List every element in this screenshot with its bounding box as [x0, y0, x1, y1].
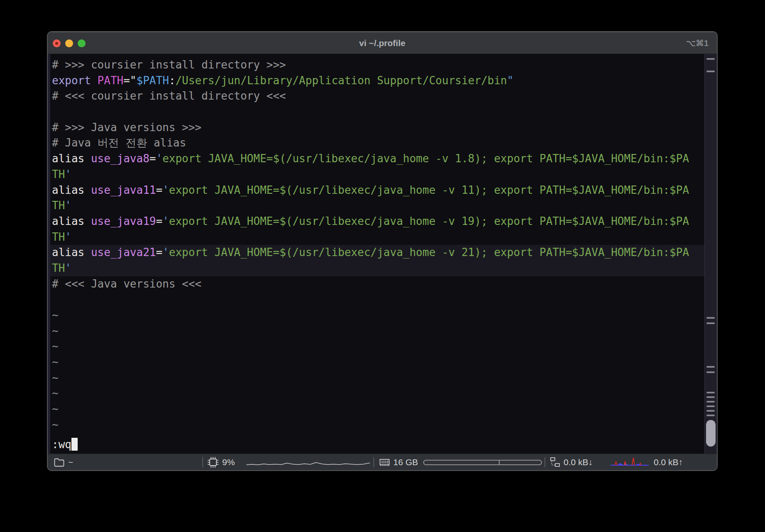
terminal-line: ~ — [52, 307, 704, 323]
syntax-quote: ' — [65, 231, 71, 243]
syntax-plain: alias — [52, 152, 91, 165]
syntax-plain: =" — [123, 74, 136, 87]
network-down-value: 0.0 kB↓ — [564, 457, 593, 467]
status-divider — [544, 457, 545, 467]
terminal-line — [52, 292, 704, 307]
network-up-value: 0.0 kB↑ — [654, 457, 683, 467]
terminal-line: alias use_java19='export JAVA_HOME=$(/us… — [52, 214, 704, 229]
syntax-string: export JAVA_HOME=$(/usr/libexec/java_hom… — [169, 215, 689, 227]
syntax-quote: ' — [65, 199, 71, 212]
syntax-tilde: ~ — [52, 387, 59, 399]
syntax-quote: ' — [156, 152, 162, 165]
syntax-plain: = — [156, 246, 162, 259]
terminal-line: TH' — [52, 167, 704, 183]
syntax-string: export JAVA_HOME=$(/usr/libexec/java_hom… — [162, 152, 689, 165]
terminal-window: vi ~/.profile ⌥⌘1 # >>> coursier install… — [47, 31, 718, 471]
cpu-indicator: 9% — [207, 454, 235, 471]
memory-indicator: 16 GB — [379, 454, 418, 471]
terminal-line: # Java 버전 전환 alias — [52, 135, 704, 151]
terminal-line: # >>> coursier install directory >>> — [52, 57, 704, 73]
syntax-plain — [91, 74, 98, 87]
memory-bar — [423, 460, 542, 465]
syntax-string: TH — [52, 262, 65, 274]
terminal-line: TH' — [52, 229, 704, 245]
network-icon — [549, 457, 560, 468]
scrollbar-mark — [706, 410, 715, 412]
terminal-line: ~ — [52, 323, 704, 339]
window-title: vi ~/.profile — [48, 32, 717, 54]
syntax-plain: = — [150, 152, 156, 165]
terminal-line: ~ — [52, 339, 704, 354]
syntax-string: /Users/jun/Library/Application Support/C… — [175, 74, 507, 87]
syntax-plain: alias — [52, 215, 91, 227]
scrollbar-mark — [706, 71, 715, 72]
syntax-alias_name: use_java11 — [91, 184, 156, 196]
syntax-tilde: ~ — [52, 418, 59, 431]
scrollbar-thumb[interactable] — [706, 420, 716, 447]
terminal-line — [52, 104, 704, 120]
syntax-quote: ' — [65, 168, 71, 181]
terminal-line: ~ — [52, 386, 704, 401]
syntax-deref: $PATH — [137, 74, 169, 87]
terminal-text: # >>> coursier install directory >>>expo… — [48, 54, 704, 454]
memory-bar-tick — [499, 461, 500, 464]
syntax-quote: " — [507, 74, 514, 87]
terminal-screen[interactable]: # >>> coursier install directory >>>expo… — [48, 54, 717, 454]
syntax-quote: ' — [65, 262, 71, 274]
terminal-line: alias use_java8='export JAVA_HOME=$(/usr… — [52, 151, 704, 167]
syntax-keyword: export — [52, 74, 91, 87]
syntax-tilde: ~ — [52, 340, 59, 352]
syntax-quote: ' — [162, 215, 169, 227]
terminal-line: export PATH="$PATH:/Users/jun/Library/Ap… — [52, 73, 704, 89]
terminal-line: alias use_java11='export JAVA_HOME=$(/us… — [52, 183, 704, 198]
syntax-string: export JAVA_HOME=$(/usr/libexec/java_hom… — [169, 246, 689, 259]
left-gutter — [48, 54, 50, 454]
syntax-quote: ' — [162, 184, 169, 196]
terminal-line: # >>> Java versions >>> — [52, 120, 704, 136]
syntax-comment: # >>> coursier install directory >>> — [52, 59, 286, 71]
syntax-comment: # >>> Java versions >>> — [52, 121, 201, 134]
scrollbar-mark — [706, 405, 715, 407]
terminal-line: # <<< Java versions <<< — [52, 276, 704, 292]
title-bar[interactable]: vi ~/.profile ⌥⌘1 — [48, 32, 717, 54]
terminal-line: ~ — [52, 417, 704, 433]
syntax-string: export JAVA_HOME=$(/usr/libexec/java_hom… — [169, 184, 689, 196]
syntax-plain: : — [169, 74, 176, 87]
scrollbar-mark — [706, 322, 715, 324]
terminal-line: # <<< coursier install directory <<< — [52, 88, 704, 104]
syntax-string: TH — [52, 231, 65, 243]
scrollbar-mark — [706, 371, 715, 373]
memory-value: 16 GB — [393, 457, 418, 467]
syntax-tilde: ~ — [52, 371, 59, 384]
scrollbar-mark — [706, 58, 715, 60]
syntax-comment: # <<< Java versions <<< — [52, 278, 201, 290]
status-divider — [373, 457, 374, 467]
syntax-tilde: ~ — [52, 403, 59, 415]
syntax-string: TH — [52, 199, 65, 212]
syntax-plain: alias — [52, 246, 91, 259]
scrollbar-mark — [706, 366, 715, 368]
syntax-comment: # Java 버전 전환 alias — [52, 137, 186, 149]
cpu-value: 9% — [222, 457, 235, 467]
terminal-line: ~ — [52, 401, 704, 417]
cpu-icon — [207, 456, 219, 468]
syntax-comment: # <<< coursier install directory <<< — [52, 90, 286, 102]
syntax-alias_name: use_java8 — [91, 152, 150, 165]
syntax-plain: = — [156, 215, 162, 227]
network-up-indicator: 0.0 kB↑ — [654, 454, 683, 471]
syntax-string: TH — [52, 168, 65, 181]
scrollbar-mark — [706, 392, 715, 393]
scrollbar[interactable] — [704, 54, 717, 454]
syntax-tilde: ~ — [52, 325, 59, 337]
memory-icon — [379, 457, 390, 468]
terminal-line: alias use_java21='export JAVA_HOME=$(/us… — [48, 245, 704, 261]
terminal-line: ~ — [52, 354, 704, 370]
syntax-plain: = — [156, 184, 162, 196]
network-graph — [611, 454, 649, 471]
syntax-alias_name: use_java19 — [91, 215, 156, 227]
network-down-indicator: 0.0 kB↓ — [549, 454, 593, 471]
terminal-line: TH' — [48, 261, 704, 276]
syntax-quote: ' — [162, 246, 169, 259]
cpu-graph — [246, 454, 370, 471]
scrollbar-mark — [706, 396, 715, 398]
